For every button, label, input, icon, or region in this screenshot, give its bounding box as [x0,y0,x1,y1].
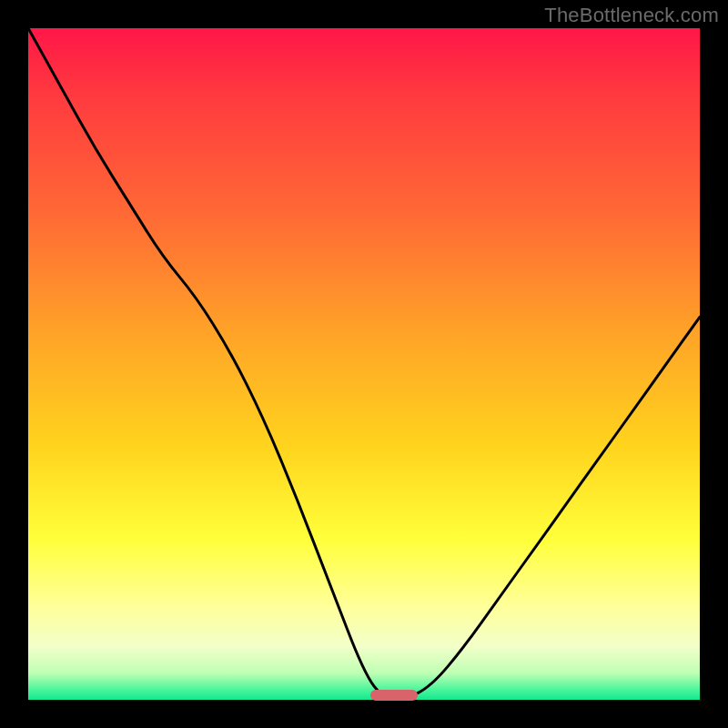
minimum-marker [370,690,418,701]
bottleneck-curve [28,28,700,700]
plot-area [28,28,700,700]
chart-frame: TheBottleneck.com [0,0,728,728]
watermark-text: TheBottleneck.com [544,4,719,27]
curve-path [28,28,700,700]
